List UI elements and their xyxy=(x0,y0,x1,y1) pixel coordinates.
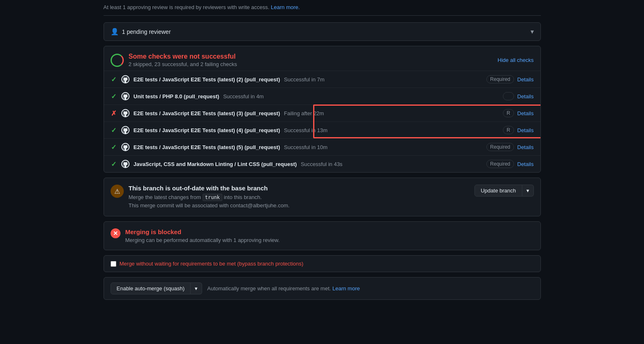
check-status-text: Successful in 13m xyxy=(284,127,328,133)
checks-status-spinner xyxy=(111,54,124,67)
success-icon: ✓ xyxy=(111,144,117,150)
required-badge: R xyxy=(503,92,514,100)
person-icon: 👤 xyxy=(111,28,119,36)
checks-header-info: Some checks were not successful 2 skippe… xyxy=(129,53,237,67)
check-row: ✓ E2E tests / JavaScript E2E Tests (late… xyxy=(104,121,540,138)
bypass-checkbox[interactable] xyxy=(111,261,116,267)
automerge-button[interactable]: Enable auto-merge (squash) xyxy=(111,282,191,294)
check-row: ✓ JavaScript, CSS and Markdown Linting /… xyxy=(104,155,540,172)
top-notice: At least 1 approving review is required … xyxy=(104,0,541,16)
pending-reviewer-left: 👤 1 pending reviewer xyxy=(111,28,171,36)
check-name: E2E tests / JavaScript E2E Tests (latest… xyxy=(134,144,280,150)
github-icon xyxy=(121,126,130,134)
branch-title: This branch is out-of-date with the base… xyxy=(129,185,470,192)
details-link[interactable]: Details xyxy=(517,144,534,150)
blocked-desc: Merging can be performed automatically w… xyxy=(125,237,280,243)
check-text: E2E tests / JavaScript E2E Tests (latest… xyxy=(134,127,499,133)
branch-section: ⚠ This branch is out-of-date with the ba… xyxy=(104,178,541,216)
chevron-down-icon: ▾ xyxy=(531,28,534,36)
checks-section: Some checks were not successful 2 skippe… xyxy=(104,46,541,173)
check-name: E2E tests / JavaScript E2E Tests (latest… xyxy=(134,127,280,133)
automerge-desc-text: Automatically merge when all requirement… xyxy=(207,285,331,292)
checks-title: Some checks were not successful xyxy=(129,53,237,60)
pending-reviewer-section[interactable]: 👤 1 pending reviewer ▾ xyxy=(104,22,541,41)
success-icon: ✓ xyxy=(111,127,117,133)
check-status-text: Successful in 4m xyxy=(223,93,264,100)
blocked-content: Merging is blocked Merging can be perfor… xyxy=(125,228,280,243)
pending-reviewer-label: 1 pending reviewer xyxy=(122,28,171,35)
check-text: E2E tests / JavaScript E2E Tests (latest… xyxy=(134,144,483,150)
github-icon xyxy=(121,160,130,168)
check-actions: Required Details xyxy=(486,75,533,83)
automerge-btn-group: Enable auto-merge (squash) ▾ xyxy=(111,282,203,294)
check-name: E2E tests / JavaScript E2E Tests (latest… xyxy=(134,76,280,83)
required-badge: Required xyxy=(486,75,514,83)
checks-header-left: Some checks were not successful 2 skippe… xyxy=(111,53,237,67)
details-link[interactable]: Details xyxy=(517,76,534,83)
bypass-label: Merge without waiting for requirements t… xyxy=(120,261,304,267)
github-icon xyxy=(121,92,130,100)
check-actions: R Details xyxy=(503,109,533,117)
check-actions: R Details xyxy=(503,126,533,134)
check-row: ✓ E2E tests / JavaScript E2E Tests (late… xyxy=(104,138,540,155)
branch-desc: Merge the latest changes from trunk into… xyxy=(129,193,470,209)
learn-more-link[interactable]: Learn more. xyxy=(271,4,300,10)
blocked-icon: ✕ xyxy=(111,228,120,238)
details-link[interactable]: Details xyxy=(517,161,534,167)
required-badge: R xyxy=(503,109,514,117)
check-actions: Required Details xyxy=(486,160,533,168)
update-branch-button[interactable]: Update branch xyxy=(474,185,522,197)
check-actions: Required Details xyxy=(486,143,533,151)
success-icon: ✓ xyxy=(111,93,117,100)
automerge-dropdown-button[interactable]: ▾ xyxy=(191,282,202,294)
branch-desc1: Merge the latest changes from xyxy=(129,194,201,200)
branch-content: This branch is out-of-date with the base… xyxy=(129,185,470,209)
details-link[interactable]: Details xyxy=(517,127,534,133)
success-icon: ✓ xyxy=(111,76,117,83)
check-row: ✓ Unit tests / PHP 8.0 (pull_request) Su… xyxy=(104,88,540,104)
branch-actions: Update branch ▾ xyxy=(474,185,533,197)
check-name: Unit tests / PHP 8.0 (pull_request) xyxy=(134,93,219,100)
hide-all-checks-button[interactable]: Hide all checks xyxy=(498,57,533,63)
check-row: ✓ E2E tests / JavaScript E2E Tests (late… xyxy=(104,71,540,88)
check-name: E2E tests / JavaScript E2E Tests (latest… xyxy=(134,110,280,116)
check-status-text: Successful in 7m xyxy=(284,76,324,83)
check-status-text: Failing after 22m xyxy=(284,110,324,116)
update-branch-dropdown-button[interactable]: ▾ xyxy=(522,185,534,197)
github-icon xyxy=(121,143,130,151)
branch-desc3: This merge commit will be associated wit… xyxy=(129,202,290,209)
automerge-learn-more[interactable]: Learn more xyxy=(333,285,360,292)
details-link[interactable]: Details xyxy=(517,110,534,116)
blocked-title: Merging is blocked xyxy=(125,228,280,235)
check-text: E2E tests / JavaScript E2E Tests (latest… xyxy=(134,76,483,83)
branch-code: trunk xyxy=(203,194,222,201)
fail-icon: ✗ xyxy=(111,110,117,116)
checks-subtitle: 2 skipped, 23 successful, and 2 failing … xyxy=(129,61,237,67)
check-status-text: Successful in 43s xyxy=(301,161,342,167)
branch-desc2: into this branch. xyxy=(224,194,262,200)
check-text: E2E tests / JavaScript E2E Tests (latest… xyxy=(134,110,499,116)
required-badge: R xyxy=(503,126,514,134)
check-actions: R Details xyxy=(503,92,533,100)
check-text: JavaScript, CSS and Markdown Linting / L… xyxy=(134,161,483,167)
check-rows-container: ✓ E2E tests / JavaScript E2E Tests (late… xyxy=(104,71,540,172)
highlighted-rows-wrapper: ✗ E2E tests / JavaScript E2E Tests (late… xyxy=(104,104,540,138)
checks-header: Some checks were not successful 2 skippe… xyxy=(104,46,540,71)
warning-icon: ⚠ xyxy=(111,185,124,198)
github-icon xyxy=(121,75,130,83)
required-badge: Required xyxy=(486,160,514,168)
details-link[interactable]: Details xyxy=(517,93,534,100)
check-text: Unit tests / PHP 8.0 (pull_request) Succ… xyxy=(134,93,499,100)
check-status-text: Successful in 10m xyxy=(284,144,328,150)
check-name: JavaScript, CSS and Markdown Linting / L… xyxy=(134,161,297,167)
automerge-desc: Automatically merge when all requirement… xyxy=(207,285,360,292)
top-notice-text: At least 1 approving review is required … xyxy=(104,4,269,10)
automerge-section: Enable auto-merge (squash) ▾ Automatical… xyxy=(104,277,541,300)
github-icon xyxy=(121,109,130,117)
success-icon: ✓ xyxy=(111,161,117,167)
blocked-section: ✕ Merging is blocked Merging can be perf… xyxy=(104,221,541,250)
required-badge: Required xyxy=(486,143,514,151)
check-row-fail: ✗ E2E tests / JavaScript E2E Tests (late… xyxy=(104,104,540,121)
bypass-section: Merge without waiting for requirements t… xyxy=(104,255,541,272)
